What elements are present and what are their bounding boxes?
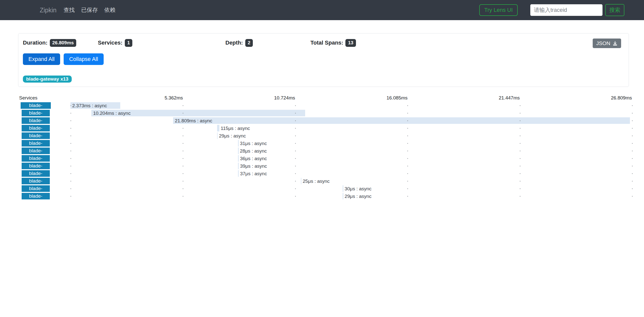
- tick-dot: [520, 188, 520, 189]
- tick-dot: [632, 120, 633, 121]
- span-bar[interactable]: [238, 140, 239, 147]
- tick-dot: [70, 181, 71, 182]
- tick-dot: [70, 196, 71, 197]
- services-label: Services:: [98, 40, 123, 46]
- service-button[interactable]: blade-gateway: [22, 140, 50, 147]
- span-label: 30μs : async: [345, 185, 372, 192]
- tick-dot: [520, 143, 520, 144]
- tick-dot: [407, 113, 408, 114]
- span-bar[interactable]: [217, 125, 220, 131]
- span-bar[interactable]: [238, 148, 239, 154]
- search-button[interactable]: 搜索: [605, 4, 624, 16]
- span-label: 115μs : async: [221, 125, 250, 131]
- expand-all-button[interactable]: Expand All: [23, 53, 60, 65]
- span-bar[interactable]: [173, 117, 630, 124]
- summary-depth: Depth: 2: [225, 39, 310, 47]
- span-bar[interactable]: [217, 132, 218, 139]
- span-bar[interactable]: [238, 155, 239, 162]
- service-button[interactable]: blade-gateway: [22, 185, 50, 192]
- services-badge: 1: [125, 39, 133, 47]
- collapse-all-button[interactable]: Collapse All: [64, 53, 104, 65]
- tick-dot: [407, 105, 408, 106]
- span-bar[interactable]: [343, 193, 343, 199]
- tick-dot: [70, 166, 71, 166]
- nav-link-dependencies[interactable]: 依赖: [104, 6, 115, 14]
- tick-dot: [407, 135, 408, 136]
- tick-dot: [520, 166, 520, 166]
- tick-dot: [407, 128, 408, 129]
- duration-badge: 26.809ms: [50, 39, 76, 47]
- trace-span-row: blade-gateway 37μs : async: [15, 170, 632, 178]
- traceid-search-input[interactable]: [530, 4, 602, 16]
- expand-collapse-row: Expand All Collapse All: [23, 53, 622, 65]
- tick-dot: [632, 128, 633, 129]
- nav-link-saved[interactable]: 已保存: [81, 6, 98, 14]
- service-button[interactable]: blade-gateway: [22, 117, 50, 124]
- span-bar[interactable]: [70, 102, 120, 109]
- json-download-button[interactable]: JSON: [593, 39, 621, 48]
- span-bar[interactable]: [238, 170, 239, 177]
- service-button[interactable]: blade-gateway: [22, 110, 50, 116]
- service-count-tag[interactable]: blade-gateway x13: [23, 76, 72, 83]
- tick-dot: [295, 113, 296, 114]
- tick-dot: [183, 173, 183, 174]
- tick-dot: [632, 188, 633, 189]
- tick-dot: [295, 181, 296, 182]
- tick-dot: [407, 196, 408, 197]
- service-button[interactable]: blade-gateway: [22, 163, 50, 169]
- service-button[interactable]: blade-gateway: [21, 102, 51, 109]
- tick-dot: [70, 158, 71, 159]
- service-button[interactable]: blade-gateway: [22, 178, 50, 184]
- service-button[interactable]: blade-gateway: [22, 170, 50, 177]
- tick-dot: [295, 158, 296, 159]
- span-bar[interactable]: [301, 178, 302, 184]
- trace-rows: blade-gateway 2.373ms : async blade-gate…: [15, 102, 632, 200]
- span-label: 37μs : async: [240, 170, 267, 177]
- nav-link-find[interactable]: 查找: [64, 6, 75, 14]
- depth-label: Depth:: [225, 40, 243, 46]
- tick-dot: [520, 105, 520, 106]
- span-bar[interactable]: [343, 185, 343, 192]
- tick-dot: [70, 128, 71, 129]
- tick-dot: [70, 173, 71, 174]
- tick-dot: [520, 128, 520, 129]
- tick-dot: [520, 135, 520, 136]
- tick-dot: [632, 151, 633, 151]
- tick-dot: [183, 105, 183, 106]
- service-button[interactable]: blade-gateway: [22, 148, 50, 154]
- trace-span-row: blade-gateway 30μs : async: [15, 185, 632, 193]
- trace-span-row: blade-gateway 21.809ms : async: [15, 117, 632, 125]
- tick-dot: [520, 158, 520, 159]
- span-bar[interactable]: [91, 110, 305, 116]
- span-label: 29μs : async: [345, 193, 372, 199]
- service-button[interactable]: blade-gateway: [22, 193, 50, 199]
- trace-span-row: blade-gateway 115μs : async: [15, 125, 632, 132]
- summary-duration: Duration: 26.809ms: [23, 39, 98, 47]
- span-bar[interactable]: [238, 163, 239, 169]
- navbar-right: Try Lens UI 搜索: [479, 4, 624, 16]
- tick-dot: [632, 181, 633, 182]
- tick-dot: [520, 173, 520, 174]
- json-button-label: JSON: [596, 40, 610, 46]
- tick-dot: [520, 113, 520, 114]
- tick-dot: [295, 120, 296, 121]
- span-label: 25μs : async: [303, 178, 330, 184]
- tick-dot: [632, 143, 633, 144]
- time-tick-4: 21.447ms: [407, 95, 520, 101]
- brand-link[interactable]: Zipkin: [40, 7, 57, 14]
- tick-dot: [407, 151, 408, 151]
- tick-dot: [183, 158, 183, 159]
- service-button[interactable]: blade-gateway: [22, 132, 50, 139]
- try-lens-button[interactable]: Try Lens UI: [479, 4, 518, 16]
- service-button[interactable]: blade-gateway: [22, 125, 50, 131]
- summary-services: Services: 1: [98, 39, 225, 47]
- tick-dot: [520, 196, 520, 197]
- tick-dot: [70, 113, 71, 114]
- download-icon: [613, 41, 618, 46]
- trace-span-row: blade-gateway 29μs : async: [15, 193, 632, 200]
- service-button[interactable]: blade-gateway: [22, 155, 50, 162]
- trace-span-row: blade-gateway 29μs : async: [15, 132, 632, 140]
- trace-summary-card: Duration: 26.809ms Services: 1 Depth: 2 …: [18, 33, 629, 87]
- tick-dot: [520, 120, 520, 121]
- tick-dot: [70, 120, 71, 121]
